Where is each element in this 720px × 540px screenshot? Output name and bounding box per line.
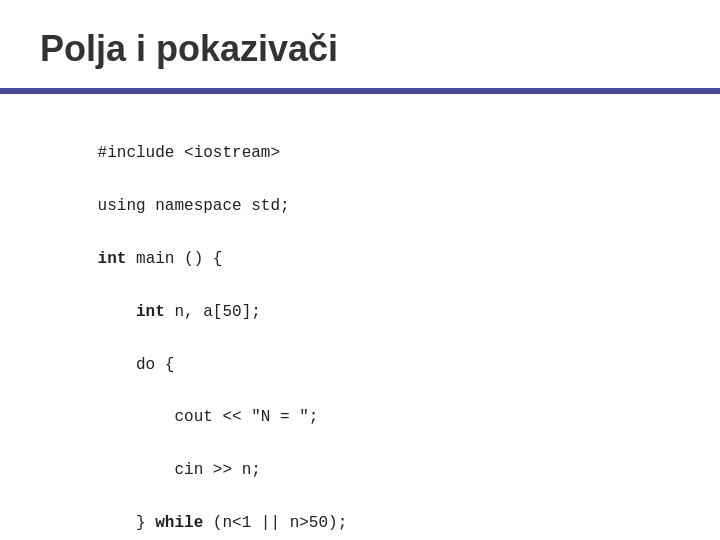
- code-line-2: using namespace std;: [98, 197, 290, 215]
- code-line-6: cout << "N = ";: [98, 408, 319, 426]
- code-block: #include <iostream> using namespace std;…: [40, 114, 680, 540]
- code-line-5: do {: [98, 356, 175, 374]
- content-area: #include <iostream> using namespace std;…: [0, 94, 720, 540]
- page-title: Polja i pokazivači: [40, 28, 680, 70]
- code-line-3: int main () {: [98, 250, 223, 268]
- code-line-1: #include <iostream>: [98, 144, 280, 162]
- code-line-7: cin >> n;: [98, 461, 261, 479]
- title-area: Polja i pokazivači: [0, 0, 720, 88]
- code-line-8: } while (n<1 || n>50);: [98, 514, 348, 532]
- slide: Polja i pokazivači #include <iostream> u…: [0, 0, 720, 540]
- code-line-4: int n, a[50];: [98, 303, 261, 321]
